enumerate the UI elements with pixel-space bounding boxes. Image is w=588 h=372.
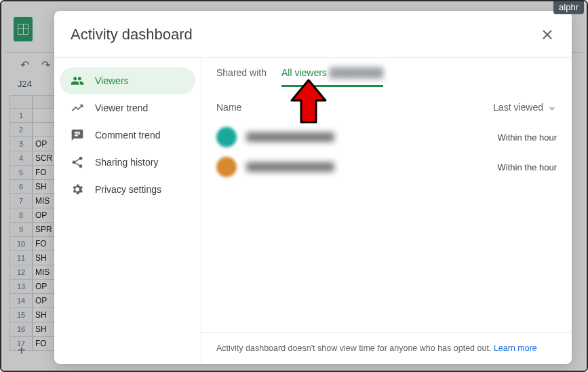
trend-icon <box>71 101 84 115</box>
viewer-name-redacted <box>246 132 334 142</box>
last-viewed-value: Within the hour <box>498 162 557 172</box>
footer-text: Activity dashboard doesn't show view tim… <box>216 343 494 353</box>
sidebar-item-privacy-settings[interactable]: Privacy settings <box>60 176 195 203</box>
column-header-name: Name <box>216 102 241 113</box>
column-header-last-viewed[interactable]: Last viewed <box>493 102 557 113</box>
viewer-row[interactable]: Within the hour <box>216 122 557 152</box>
avatar <box>216 157 237 177</box>
people-icon <box>71 74 84 88</box>
sidebar-item-label: Viewers <box>95 75 129 86</box>
last-viewed-value: Within the hour <box>498 132 557 143</box>
share-icon <box>71 155 84 169</box>
sidebar-item-label: Privacy settings <box>95 184 161 195</box>
footer-note: Activity dashboard doesn't show view tim… <box>201 332 572 364</box>
last-viewed-label: Last viewed <box>493 102 543 113</box>
avatar <box>216 127 237 147</box>
sidebar-item-label: Viewer trend <box>95 103 148 113</box>
gear-icon <box>71 183 84 196</box>
watermark-badge: alphr <box>553 1 584 14</box>
sidebar-item-comment-trend[interactable]: Comment trend <box>60 122 195 149</box>
sidebar-item-sharing-history[interactable]: Sharing history <box>60 149 195 176</box>
close-button[interactable] <box>539 26 555 43</box>
tab-label-redacted: ████████ <box>327 67 383 78</box>
tab-shared-with[interactable]: Shared with <box>216 67 267 87</box>
sidebar-item-viewers[interactable]: Viewers <box>60 67 195 94</box>
activity-dashboard-modal: Activity dashboard Viewers Viewer tren <box>54 11 572 364</box>
tab-all-viewers[interactable]: All viewers████████ <box>281 67 383 87</box>
viewer-name-redacted <box>246 162 334 172</box>
learn-more-link[interactable]: Learn more <box>494 343 537 353</box>
sidebar-item-label: Sharing history <box>95 157 158 168</box>
sidebar: Viewers Viewer trend Comment trend <box>54 58 201 364</box>
comment-icon <box>71 128 84 142</box>
sidebar-item-viewer-trend[interactable]: Viewer trend <box>60 94 195 122</box>
viewer-row[interactable]: Within the hour <box>216 152 557 182</box>
modal-title: Activity dashboard <box>71 26 193 43</box>
tab-label: All viewers <box>281 67 327 78</box>
arrow-down-icon <box>547 103 557 112</box>
sidebar-item-label: Comment trend <box>95 130 160 141</box>
close-icon <box>539 26 555 43</box>
